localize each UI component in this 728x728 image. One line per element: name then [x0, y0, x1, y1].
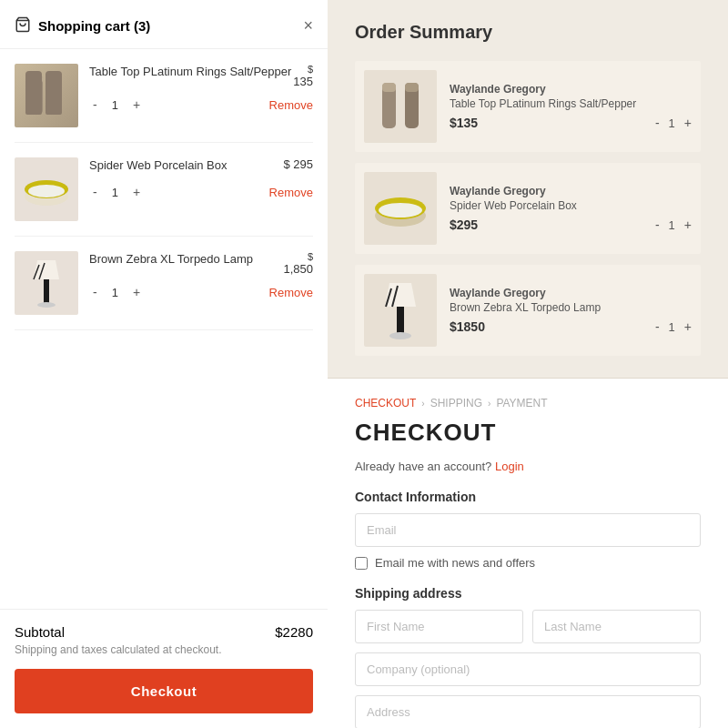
order-item-price-0: $135: [450, 116, 478, 130]
qty-minus-lamp[interactable]: -: [89, 285, 101, 299]
svg-point-20: [379, 203, 422, 217]
qty-value-lamp: 1: [112, 286, 118, 299]
checkout-button[interactable]: Checkout: [15, 669, 313, 713]
account-prompt-text: Already have an account?: [355, 460, 491, 473]
newsletter-label: Email me with news and offers: [375, 556, 535, 570]
cart-item-image-salt-pepper: [15, 64, 78, 127]
order-item-details-lamp: Waylande Gregory Brown Zebra XL Torpedo …: [450, 287, 692, 334]
newsletter-row: Email me with news and offers: [355, 556, 701, 570]
cart-footer: Subtotal $2280 Shipping and taxes calcul…: [0, 609, 328, 728]
first-name-input[interactable]: [355, 610, 523, 643]
email-input[interactable]: [355, 513, 701, 547]
qty-control-lamp: - 1 +: [89, 285, 144, 299]
order-qty-value-0: 1: [669, 116, 675, 130]
cart-title-row: Shopping cart (3): [15, 16, 150, 35]
subtotal-row: Subtotal $2280: [15, 624, 313, 640]
order-item-bottom-0: $135 - 1 +: [450, 116, 692, 130]
order-qty-minus-0[interactable]: -: [655, 116, 660, 130]
svg-point-11: [37, 302, 56, 308]
cart-panel: Shopping cart (3) × Table Top PLatinum R…: [0, 0, 328, 728]
shipping-note: Shipping and taxes calculated at checkou…: [15, 643, 313, 656]
order-item-details-salt-pepper: Waylande Gregory Table Top PLatinum Ring…: [450, 83, 692, 130]
cart-items-list: Table Top PLatinum Rings Salt/Pepper $ 1…: [0, 49, 328, 609]
cart-item-lamp: Brown Zebra XL Torpedo Lamp $ 1,850 - 1 …: [15, 237, 313, 330]
order-qty-value-1: 1: [669, 218, 675, 232]
breadcrumb-sep-2: ›: [488, 399, 490, 409]
order-item-bottom-2: $1850 - 1 +: [450, 319, 692, 334]
order-qty-plus-2[interactable]: +: [684, 319, 692, 334]
svg-rect-22: [397, 307, 404, 336]
breadcrumb-sep-1: ›: [421, 399, 424, 409]
order-item-lamp: Waylande Gregory Brown Zebra XL Torpedo …: [355, 265, 701, 356]
shipping-section-label: Shipping address: [355, 586, 701, 601]
cart-item-top-porcelain: Spider Web Porcelain Box $ 295: [89, 157, 313, 176]
order-summary: Order Summary Waylande Gregory Table Top…: [328, 0, 728, 379]
breadcrumb-checkout: CHECKOUT: [355, 397, 416, 410]
cart-close-button[interactable]: ×: [303, 16, 313, 35]
cart-item-porcelain: Spider Web Porcelain Box $ 295 - 1 + Rem…: [15, 143, 313, 237]
cart-item-info-salt-pepper: Table Top PLatinum Rings Salt/Pepper $ 1…: [89, 64, 313, 112]
cart-item-controls-lamp: - 1 + Remove: [89, 285, 313, 299]
remove-lamp[interactable]: Remove: [269, 286, 313, 299]
cart-item-controls-porcelain: - 1 + Remove: [89, 185, 313, 199]
svg-rect-15: [382, 83, 396, 92]
order-item-bottom-1: $295 - 1 +: [450, 217, 692, 232]
name-row: [355, 610, 701, 652]
svg-point-8: [28, 185, 65, 197]
checkout-title: CHECKOUT: [355, 419, 701, 447]
order-qty-minus-2[interactable]: -: [655, 319, 660, 334]
last-name-input[interactable]: [532, 610, 701, 643]
cart-item-top: Table Top PLatinum Rings Salt/Pepper $ 1…: [89, 64, 313, 88]
company-input[interactable]: [355, 652, 701, 686]
qty-plus-salt-pepper[interactable]: +: [129, 97, 144, 112]
remove-porcelain[interactable]: Remove: [269, 186, 313, 199]
order-item-details-porcelain: Waylande Gregory Spider Web Porcelain Bo…: [450, 185, 692, 232]
remove-salt-pepper[interactable]: Remove: [269, 98, 313, 112]
cart-item-salt-pepper: Table Top PLatinum Rings Salt/Pepper $ 1…: [15, 49, 313, 143]
svg-rect-2: [32, 76, 43, 83]
cart-item-price-salt-pepper: $ 135: [293, 64, 313, 88]
qty-plus-lamp[interactable]: +: [129, 285, 144, 299]
order-qty-plus-0[interactable]: +: [684, 116, 692, 130]
cart-item-controls-salt-pepper: - 1 + Remove: [89, 97, 313, 112]
address-input[interactable]: [355, 695, 701, 728]
order-item-salt-pepper: Waylande Gregory Table Top PLatinum Ring…: [355, 61, 701, 152]
qty-minus-porcelain[interactable]: -: [89, 185, 101, 199]
cart-item-price-lamp: $ 1,850: [283, 251, 313, 276]
qty-minus-salt-pepper[interactable]: -: [89, 97, 101, 112]
cart-header: Shopping cart (3) ×: [0, 0, 328, 49]
order-item-qty-0: - 1 +: [655, 116, 692, 130]
order-item-name-0: Table Top PLatinum Rings Salt/Pepper: [450, 97, 692, 110]
cart-item-info-porcelain: Spider Web Porcelain Box $ 295 - 1 + Rem…: [89, 157, 313, 199]
order-summary-title: Order Summary: [355, 22, 701, 43]
svg-point-23: [389, 332, 411, 339]
order-item-porcelain: Waylande Gregory Spider Web Porcelain Bo…: [355, 163, 701, 254]
cart-item-info-lamp: Brown Zebra XL Torpedo Lamp $ 1,850 - 1 …: [89, 251, 313, 299]
order-item-qty-2: - 1 +: [655, 319, 692, 334]
contact-section-label: Contact Information: [355, 490, 701, 504]
svg-rect-10: [44, 279, 49, 305]
login-link[interactable]: Login: [495, 460, 524, 473]
qty-value-porcelain: 1: [112, 186, 118, 199]
order-qty-plus-1[interactable]: +: [684, 217, 692, 232]
cart-item-name-salt-pepper: Table Top PLatinum Rings Salt/Pepper: [89, 64, 291, 80]
qty-plus-porcelain[interactable]: +: [129, 185, 144, 199]
svg-rect-4: [50, 76, 61, 83]
svg-rect-17: [405, 83, 419, 92]
order-item-qty-1: - 1 +: [655, 217, 692, 232]
cart-icon: [15, 16, 31, 35]
newsletter-checkbox[interactable]: [355, 557, 368, 570]
order-item-brand-1: Waylande Gregory: [450, 185, 692, 197]
order-item-name-1: Spider Web Porcelain Box: [450, 199, 692, 212]
qty-value-salt-pepper: 1: [112, 98, 118, 112]
order-qty-minus-1[interactable]: -: [655, 217, 660, 232]
cart-item-name-porcelain: Spider Web Porcelain Box: [89, 157, 228, 174]
cart-item-price-porcelain: $ 295: [283, 157, 313, 171]
cart-item-name-lamp: Brown Zebra XL Torpedo Lamp: [89, 251, 253, 268]
breadcrumb: CHECKOUT › SHIPPING › PAYMENT: [355, 397, 701, 410]
order-item-brand-2: Waylande Gregory: [450, 287, 692, 299]
order-items-list: Waylande Gregory Table Top PLatinum Ring…: [355, 61, 701, 356]
checkout-panel: Order Summary Waylande Gregory Table Top…: [328, 0, 728, 728]
breadcrumb-shipping: SHIPPING: [430, 397, 482, 410]
qty-control-porcelain: - 1 +: [89, 185, 144, 199]
